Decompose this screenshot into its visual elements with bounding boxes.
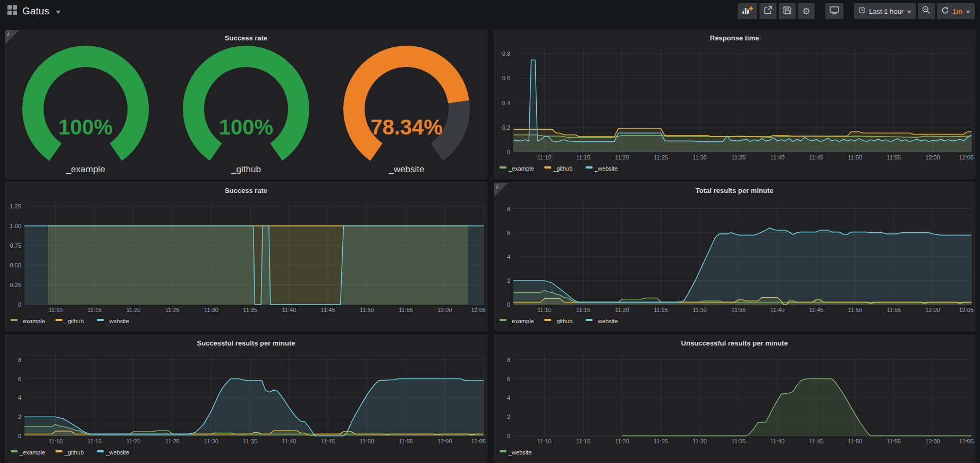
legend-item-_website[interactable]: _website [586, 165, 618, 172]
svg-text:11:55: 11:55 [399, 307, 413, 313]
svg-text:_example: _example [19, 318, 45, 324]
panel-title[interactable]: Success rate [5, 30, 487, 45]
legend-item-_website[interactable]: _website [97, 318, 129, 324]
panel-title[interactable]: Unsuccessful results per minute [494, 335, 975, 350]
settings-button[interactable]: ⚙ [798, 3, 815, 19]
panel-info-icon[interactable]: i [494, 183, 508, 197]
y-axis-labels: 02468 [507, 206, 510, 308]
add-panel-button[interactable] [738, 3, 757, 19]
svg-text:11:25: 11:25 [654, 438, 668, 444]
dashboard-grid: i Success rate 100% _example 100% _githu… [0, 22, 980, 462]
svg-text:11:25: 11:25 [165, 307, 180, 313]
legend-item-_github[interactable]: _github [544, 165, 572, 172]
add-panel-icon [742, 6, 753, 16]
panel-info-icon[interactable]: i [5, 30, 19, 44]
svg-text:_website: _website [594, 318, 618, 324]
svg-text:11:40: 11:40 [282, 438, 297, 444]
svg-text:0.2: 0.2 [502, 124, 510, 131]
svg-text:0: 0 [507, 149, 510, 155]
dashboard-title-button[interactable]: Gatus [7, 5, 61, 17]
y-axis-labels: 02468 [18, 357, 21, 439]
share-icon [764, 6, 772, 16]
svg-text:0.50: 0.50 [10, 262, 21, 268]
svg-text:0.4: 0.4 [502, 100, 510, 106]
legend-item-_example[interactable]: _example [500, 318, 534, 324]
svg-text:11:45: 11:45 [809, 307, 823, 313]
save-button[interactable] [779, 3, 796, 19]
svg-text:0: 0 [507, 301, 510, 308]
panel-successful-results: Successful results per minute 0246811:10… [5, 335, 487, 462]
legend-item-_website[interactable]: _website [500, 449, 531, 456]
tv-mode-button[interactable] [825, 3, 843, 19]
legend-item-_example[interactable]: _example [500, 165, 534, 172]
gauge-example-svg: 100% [5, 45, 166, 163]
svg-text:2: 2 [507, 277, 510, 284]
gauge-label: _website [388, 164, 424, 175]
x-axis-labels: 11:1011:1511:2011:2511:3011:3511:4011:45… [537, 307, 974, 313]
legend-item-_github[interactable]: _github [544, 318, 572, 324]
svg-text:11:35: 11:35 [731, 438, 746, 444]
svg-text:11:35: 11:35 [243, 307, 257, 313]
svg-text:12:05: 12:05 [959, 154, 974, 161]
svg-text:_example: _example [508, 165, 534, 172]
svg-text:2: 2 [507, 414, 510, 420]
legend-item-_example[interactable]: _example [11, 318, 45, 324]
legend: _website [500, 449, 531, 456]
svg-text:11:10: 11:10 [537, 307, 552, 313]
caret-down-icon [56, 6, 61, 16]
svg-text:12:00: 12:00 [925, 438, 940, 444]
gauge-website: 78.34% _website [326, 45, 487, 178]
svg-text:11:10: 11:10 [537, 154, 552, 161]
page-title: Gatus [22, 5, 49, 17]
svg-text:11:30: 11:30 [692, 307, 707, 313]
svg-text:11:55: 11:55 [887, 154, 901, 161]
legend-item-_example[interactable]: _example [11, 449, 45, 456]
series-_website-area [513, 228, 971, 305]
legend-item-_website[interactable]: _website [97, 449, 129, 456]
svg-text:0.8: 0.8 [502, 50, 510, 57]
legend-item-_github[interactable]: _github [55, 318, 83, 324]
panel-title[interactable]: Total results per minute [494, 183, 975, 198]
svg-text:11:35: 11:35 [731, 154, 746, 161]
svg-text:11:25: 11:25 [165, 438, 180, 444]
svg-text:_github: _github [553, 318, 572, 324]
svg-text:11:40: 11:40 [282, 307, 297, 313]
y-axis-labels: 02468 [507, 357, 510, 439]
panel-response-time: Response time 00.20.40.60.811:1011:1511:… [494, 30, 975, 179]
svg-text:11:25: 11:25 [654, 307, 668, 313]
svg-text:11:55: 11:55 [399, 438, 413, 444]
svg-text:12:00: 12:00 [925, 154, 940, 161]
legend: _example_github_website [11, 318, 129, 324]
svg-text:1.00: 1.00 [10, 223, 21, 229]
svg-text:11:25: 11:25 [654, 154, 668, 161]
success-rate-chart: 00.250.500.751.001.2511:1011:1511:2011:2… [5, 198, 487, 331]
settings-gear-icon: ⚙ [802, 7, 810, 16]
zoom-out-button[interactable] [918, 3, 935, 19]
svg-text:1.25: 1.25 [10, 203, 21, 209]
panel-title[interactable]: Response time [494, 30, 975, 45]
time-range-button[interactable]: Last 1 hour [854, 3, 916, 19]
grid-lines [513, 354, 971, 436]
legend-item-_github[interactable]: _github [55, 449, 83, 456]
legend-item-_website[interactable]: _website [586, 318, 618, 324]
svg-text:8: 8 [18, 357, 21, 363]
svg-text:_github: _github [64, 449, 83, 456]
svg-text:11:50: 11:50 [848, 154, 862, 161]
svg-text:0: 0 [507, 433, 510, 439]
x-axis-labels: 11:1011:1511:2011:2511:3011:3511:4011:45… [537, 154, 974, 161]
navbar: Gatus ⚙ [0, 0, 980, 22]
panel-title[interactable]: Successful results per minute [5, 335, 487, 350]
svg-text:11:50: 11:50 [848, 438, 862, 444]
svg-text:11:30: 11:30 [204, 438, 218, 444]
svg-text:0.75: 0.75 [10, 242, 21, 249]
panel-title[interactable]: Success rate [5, 183, 487, 198]
gauge-label: _github [231, 164, 261, 175]
refresh-button[interactable]: 1m [937, 3, 975, 19]
svg-text:11:20: 11:20 [615, 307, 629, 313]
share-button[interactable] [759, 3, 776, 19]
svg-text:_website: _website [594, 165, 618, 172]
svg-text:11:10: 11:10 [537, 438, 552, 444]
svg-text:11:15: 11:15 [576, 154, 590, 161]
svg-text:_website: _website [105, 449, 129, 456]
svg-text:12:05: 12:05 [959, 438, 974, 444]
